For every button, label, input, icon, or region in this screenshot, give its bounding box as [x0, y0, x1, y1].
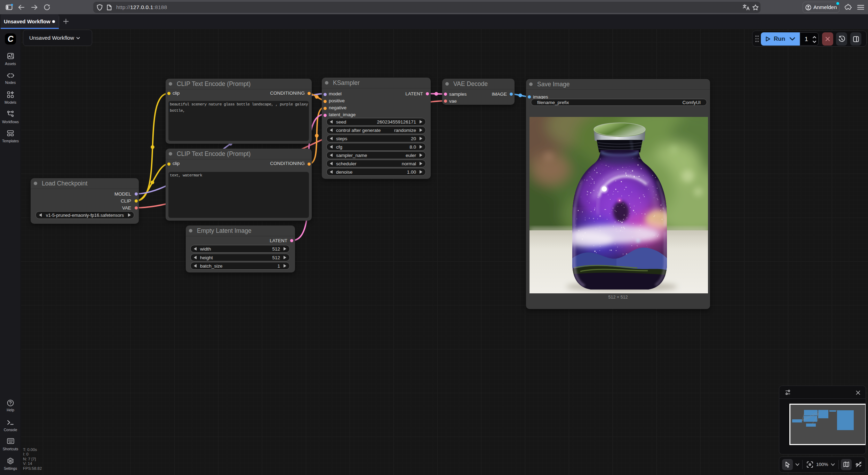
svg-text:C: C	[8, 34, 14, 43]
